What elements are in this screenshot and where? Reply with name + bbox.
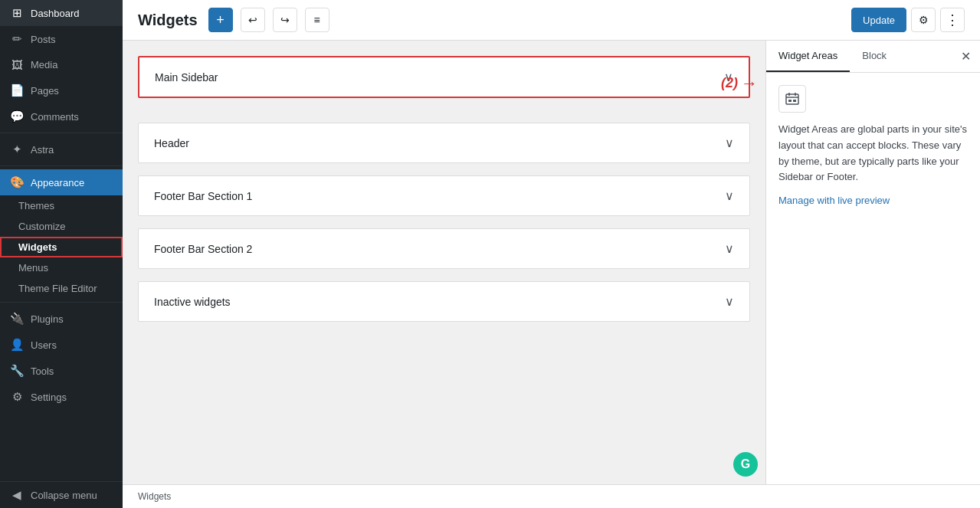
inactive-widgets-section: Inactive widgets ∨: [138, 281, 750, 322]
tools-icon: 🔧: [9, 364, 25, 378]
calendar-icon: [785, 91, 800, 107]
update-button[interactable]: Update: [851, 8, 906, 32]
right-panel-close-button[interactable]: ✕: [952, 43, 980, 70]
footer-bar-2-title: Footer Bar Section 2: [154, 243, 252, 255]
sidebar-sub-item-customize[interactable]: Customize: [0, 216, 123, 237]
footer-bar-2-header[interactable]: Footer Bar Section 2 ∨: [139, 229, 749, 268]
manage-live-preview-link[interactable]: Manage with live preview: [778, 195, 968, 206]
sidebar-sub-item-theme-file-editor[interactable]: Theme File Editor: [0, 278, 123, 299]
topbar-settings-icon: ⚙: [919, 14, 929, 26]
topbar-more-button[interactable]: ⋮: [940, 8, 965, 32]
astra-icon: ✦: [9, 143, 25, 156]
sidebar-item-label: Pages: [31, 85, 59, 97]
header-chevron: ∨: [725, 136, 734, 150]
sidebar-item-media[interactable]: 🖼 Media: [0, 52, 123, 77]
footer-bar-2-chevron: ∨: [725, 241, 734, 256]
widget-editor: Main Sidebar ∨ (2) → Header ∨: [123, 41, 765, 484]
sidebar-sub-appearance: Themes Customize Widgets (1) Menus Theme…: [0, 195, 123, 299]
comments-icon: 💬: [9, 110, 25, 123]
collapse-icon: ◀: [9, 488, 25, 502]
sidebar-item-label: Astra: [31, 144, 54, 156]
sidebar-item-appearance[interactable]: 🎨 Appearance: [0, 169, 123, 195]
main-content: Widgets + ↩ ↪ ≡ Update ⚙ ⋮: [123, 0, 980, 508]
dashboard-icon: ⊞: [9, 6, 25, 20]
close-icon: ✕: [961, 50, 971, 63]
more-icon: ⋮: [946, 11, 959, 28]
main-sidebar-wrapper: Main Sidebar ∨ (2) →: [138, 56, 750, 110]
topbar-right: Update ⚙ ⋮: [851, 8, 965, 32]
sidebar-sub-item-menus[interactable]: Menus: [0, 257, 123, 278]
main-sidebar-title: Main Sidebar: [155, 71, 218, 84]
sidebar-item-label: Posts: [31, 34, 56, 45]
collapse-label: Collapse menu: [31, 490, 97, 501]
svg-rect-4: [788, 100, 792, 102]
sidebar-item-label: Plugins: [31, 313, 64, 325]
sidebar-item-dashboard[interactable]: ⊞ Dashboard: [0, 0, 123, 26]
users-icon: 👤: [9, 338, 25, 352]
appearance-icon: 🎨: [9, 175, 25, 189]
sidebar-item-tools[interactable]: 🔧 Tools: [0, 358, 123, 384]
sidebar-item-posts[interactable]: ✏ Posts: [0, 26, 123, 52]
sidebar-item-astra[interactable]: ✦ Astra: [0, 136, 123, 162]
right-panel-tabs: Widget Areas Block ✕: [766, 41, 980, 73]
main-sidebar-section: Main Sidebar ∨: [138, 56, 750, 98]
svg-rect-2: [795, 93, 796, 96]
pages-icon: 📄: [9, 84, 25, 97]
undo-icon: ↩: [248, 14, 257, 26]
add-icon: +: [216, 12, 225, 28]
tab-block[interactable]: Block: [850, 41, 899, 72]
right-panel-body: Widget Areas are global parts in your si…: [766, 73, 980, 484]
header-section-title: Header: [154, 137, 189, 149]
sidebar-divider: [0, 133, 123, 133]
sidebar-item-label: Media: [31, 59, 57, 70]
main-sidebar-header[interactable]: Main Sidebar ∨: [139, 57, 749, 97]
page-title: Widgets: [138, 11, 198, 29]
sidebar-item-label: Appearance: [31, 177, 84, 188]
sidebar-sub-item-themes[interactable]: Themes: [0, 195, 123, 216]
sidebar-item-pages[interactable]: 📄 Pages: [0, 77, 123, 103]
tab-widget-areas[interactable]: Widget Areas: [766, 41, 850, 72]
content-area: Main Sidebar ∨ (2) → Header ∨: [123, 41, 980, 484]
svg-rect-5: [793, 100, 796, 102]
posts-icon: ✏: [9, 32, 25, 46]
inactive-widgets-title: Inactive widgets: [154, 296, 231, 308]
settings-icon: ⚙: [9, 390, 25, 404]
header-section-header[interactable]: Header ∨: [139, 123, 749, 162]
sidebar-divider-3: [0, 302, 123, 303]
update-label: Update: [863, 15, 895, 26]
main-sidebar-chevron: ∨: [724, 70, 733, 84]
footer-bar-1-header[interactable]: Footer Bar Section 1 ∨: [139, 176, 749, 215]
grammarly-badge[interactable]: G: [733, 452, 758, 477]
inactive-widgets-header[interactable]: Inactive widgets ∨: [139, 282, 749, 321]
collapse-menu-button[interactable]: ◀ Collapse menu: [0, 482, 123, 508]
sidebar-collapse: ◀ Collapse menu: [0, 481, 123, 508]
sidebar-item-users[interactable]: 👤 Users: [0, 332, 123, 358]
undo-button[interactable]: ↩: [241, 8, 265, 32]
sidebar-item-settings[interactable]: ⚙ Settings: [0, 384, 123, 410]
sidebar-item-comments[interactable]: 💬 Comments: [0, 103, 123, 129]
right-panel-description: Widget Areas are global parts in your si…: [778, 122, 968, 185]
sidebar-item-plugins[interactable]: 🔌 Plugins: [0, 306, 123, 332]
breadcrumb-bar: Widgets: [123, 484, 980, 508]
sidebar-item-label: Settings: [31, 392, 67, 403]
plugins-icon: 🔌: [9, 312, 25, 326]
sidebar-item-label: Users: [31, 339, 57, 351]
redo-icon: ↪: [280, 14, 290, 26]
svg-rect-1: [788, 93, 790, 96]
header-section: Header ∨: [138, 123, 750, 163]
redo-button[interactable]: ↪: [273, 8, 297, 32]
footer-bar-2-section: Footer Bar Section 2 ∨: [138, 228, 750, 269]
footer-bar-1-chevron: ∨: [725, 188, 734, 203]
sidebar-sub-item-widgets[interactable]: Widgets (1): [0, 237, 123, 257]
sidebar-item-label: Tools: [31, 365, 54, 377]
inactive-widgets-chevron: ∨: [725, 294, 734, 309]
add-widget-button[interactable]: +: [208, 8, 233, 32]
svg-rect-0: [786, 94, 798, 104]
widget-areas-icon: [778, 85, 806, 113]
breadcrumb: Widgets: [138, 491, 171, 502]
footer-bar-1-title: Footer Bar Section 1: [154, 190, 252, 202]
right-panel: Widget Areas Block ✕: [765, 41, 980, 484]
topbar-settings-button[interactable]: ⚙: [911, 8, 936, 32]
list-view-button[interactable]: ≡: [305, 8, 329, 32]
topbar: Widgets + ↩ ↪ ≡ Update ⚙ ⋮: [123, 0, 980, 41]
